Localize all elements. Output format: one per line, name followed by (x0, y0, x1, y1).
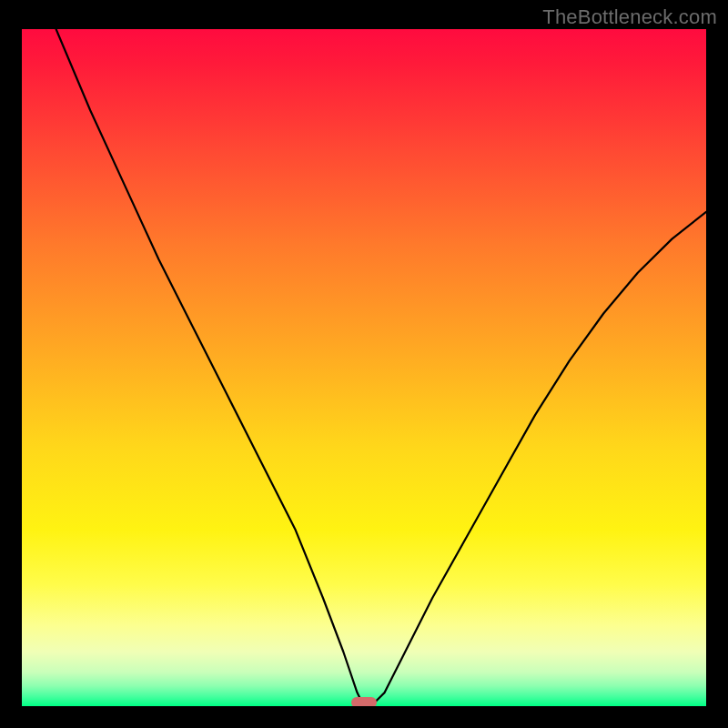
chart-container: TheBottleneck.com (0, 0, 728, 728)
bottleneck-curve (56, 29, 706, 706)
curve-layer (22, 29, 706, 706)
plot-area (22, 29, 706, 706)
optimal-point-marker (351, 697, 377, 706)
watermark-text: TheBottleneck.com (542, 5, 717, 29)
